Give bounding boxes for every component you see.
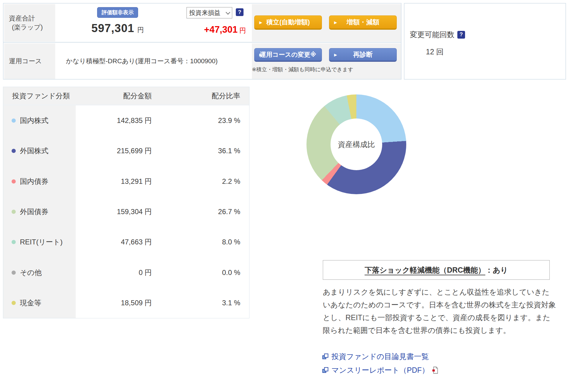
- button-arrow-icon: ▶: [334, 20, 337, 24]
- column-header-amount: 配分金額: [78, 91, 152, 101]
- profit-amount: +47,301: [204, 24, 238, 35]
- donut-center: 資産構成比: [331, 118, 382, 170]
- new-window-icon: [322, 353, 328, 360]
- category-dot: [12, 210, 16, 214]
- category-dot: [12, 271, 16, 275]
- prospectus-link[interactable]: 投資ファンドの目論見書一覧: [322, 352, 438, 361]
- rediagnosis-button-label: 再診断: [353, 50, 373, 59]
- asset-summary-panel: 資産合計 (楽ラップ) 評価額非表示 597,301円 投資来損益 ? +47,…: [3, 3, 402, 80]
- table-row: REIT(リート) 47,663 円 8.0 %: [3, 227, 249, 257]
- asset-actions-cell: ▶ 積立(自動増額) ▶ 増額・減額: [252, 4, 401, 42]
- zougaku-genngaku-button[interactable]: ▶ 増額・減額: [329, 15, 397, 30]
- chevron-down-icon: [226, 10, 230, 15]
- pdf-file-icon: [432, 366, 438, 374]
- summary-row-divider: [4, 42, 401, 43]
- hide-valuation-button[interactable]: 評価額非表示: [97, 7, 138, 18]
- rediagnosis-button[interactable]: ▶ 再診断: [329, 48, 397, 62]
- course-label: 運用コース: [9, 57, 55, 66]
- allocation-table-header: 投資ファンド分類 配分金額 配分比率: [3, 87, 249, 105]
- column-header-category: 投資ファンド分類: [3, 91, 78, 101]
- change-count-help-icon[interactable]: ?: [457, 31, 465, 39]
- table-row: 現金等 18,509 円 3.1 %: [3, 288, 249, 318]
- change-course-button-label: 運用コースの変更※: [260, 50, 316, 59]
- profit-period-value: 投資来損益: [189, 9, 220, 17]
- course-actions-cell: ▶ 運用コースの変更※ ▶ 再診断 ※積立・増額・減額も同時に申込できます: [252, 43, 401, 79]
- allocation-ratio: 23.9 %: [152, 105, 249, 136]
- category-label: 国内債券: [20, 177, 48, 186]
- allocation-table: 投資ファンド分類 配分金額 配分比率 国内株式 142,835 円 23.9 %…: [3, 87, 249, 318]
- allocation-ratio: 2.2 %: [152, 166, 249, 197]
- category-label: その他: [20, 268, 42, 277]
- change-course-button[interactable]: ▶ 運用コースの変更※: [254, 48, 322, 62]
- category-dot: [12, 118, 16, 123]
- category-label: 現金等: [20, 298, 41, 308]
- change-count-value: 12 回: [410, 47, 460, 57]
- document-links: 投資ファンドの目論見書一覧 マンスリーレポート（PDF）: [322, 352, 438, 375]
- profit-unit: 円: [239, 27, 246, 34]
- new-window-icon: [322, 367, 328, 373]
- profit-period-select[interactable]: 投資来損益: [186, 7, 232, 18]
- allocation-table-body: 国内株式 142,835 円 23.9 % 外国株式 215,699 円 36.…: [3, 105, 249, 318]
- table-row: 外国債券 159,304 円 26.7 %: [3, 197, 249, 227]
- tsumitate-button[interactable]: ▶ 積立(自動増額): [254, 15, 322, 30]
- button-arrow-icon: ▶: [334, 52, 337, 57]
- column-header-ratio: 配分比率: [152, 91, 249, 101]
- course-value-cell: かなり積極型-DRCあり(運用コース番号：1000900): [55, 43, 252, 79]
- category-dot: [12, 149, 16, 153]
- table-row: その他 0 円 0.0 %: [3, 257, 249, 287]
- drc-feature-status: ：あり: [485, 265, 508, 275]
- category-dot: [12, 179, 16, 184]
- course-note: ※積立・増額・減額も同時に申込できます: [252, 66, 353, 73]
- button-arrow-icon: ▶: [259, 20, 262, 24]
- category-label: REIT(リート): [20, 237, 63, 247]
- monthly-report-link[interactable]: マンスリーレポート（PDF）: [322, 365, 438, 375]
- allocation-ratio: 36.1 %: [152, 136, 249, 166]
- allocation-amount: 215,699 円: [78, 136, 152, 166]
- donut-center-label: 資産構成比: [338, 140, 375, 149]
- allocation-amount: 47,663 円: [78, 227, 152, 257]
- asset-total-sublabel: (楽ラップ): [9, 23, 55, 32]
- table-row: 外国株式 215,699 円 36.1 %: [3, 136, 249, 166]
- category-dot: [12, 301, 16, 305]
- change-count-label: 変更可能回数: [410, 30, 454, 39]
- button-arrow-icon: ▶: [259, 52, 262, 57]
- course-label-cell: 運用コース: [4, 43, 55, 79]
- category-label: 国内株式: [20, 116, 48, 125]
- allocation-ratio: 8.0 %: [152, 227, 249, 257]
- asset-donut-chart: 資産構成比: [306, 94, 406, 194]
- allocation-amount: 159,304 円: [78, 197, 152, 227]
- prospectus-link-label[interactable]: 投資ファンドの目論見書一覧: [331, 352, 429, 361]
- allocation-amount: 13,291 円: [78, 166, 152, 197]
- allocation-amount: 18,509 円: [78, 288, 152, 318]
- allocation-ratio: 0.0 %: [152, 257, 249, 287]
- category-label: 外国株式: [20, 146, 48, 156]
- category-label: 外国債券: [20, 207, 48, 216]
- asset-total-unit: 円: [137, 26, 144, 34]
- monthly-report-link-label[interactable]: マンスリーレポート（PDF）: [331, 365, 429, 375]
- table-row: 国内債券 13,291 円 2.2 %: [3, 166, 249, 197]
- asset-total-amount: 597,301: [91, 22, 134, 34]
- allocation-ratio: 26.7 %: [152, 197, 249, 227]
- drc-feature-box: 下落ショック軽減機能（DRC機能） ：あり: [323, 260, 550, 280]
- profit-value-row: +47,301円: [180, 24, 246, 35]
- category-dot: [12, 240, 16, 244]
- course-value: かなり積極型-DRCあり(運用コース番号：1000900): [66, 57, 218, 66]
- table-row: 国内株式 142,835 円 23.9 %: [3, 105, 249, 136]
- asset-total-label: 資産合計: [9, 14, 55, 23]
- change-count-panel: 変更可能回数 ? 12 回: [404, 3, 566, 80]
- asset-total-label-cell: 資産合計 (楽ラップ): [4, 4, 55, 42]
- drc-feature-title: 下落ショック軽減機能（DRC機能）: [365, 265, 486, 275]
- tsumitate-button-label: 積立(自動増額): [266, 18, 310, 27]
- allocation-ratio: 3.1 %: [152, 288, 249, 318]
- allocation-amount: 142,835 円: [78, 105, 152, 136]
- course-description: あまりリスクを気にしすぎずに、とことん収益性を追求していきたいあなたのためのコー…: [323, 286, 556, 337]
- asset-total-value-cell: 評価額非表示 597,301円 投資来損益 ? +47,301円: [55, 4, 252, 42]
- allocation-amount: 0 円: [78, 257, 152, 287]
- profit-help-icon[interactable]: ?: [236, 8, 244, 16]
- zougaku-button-label: 増額・減額: [347, 18, 379, 27]
